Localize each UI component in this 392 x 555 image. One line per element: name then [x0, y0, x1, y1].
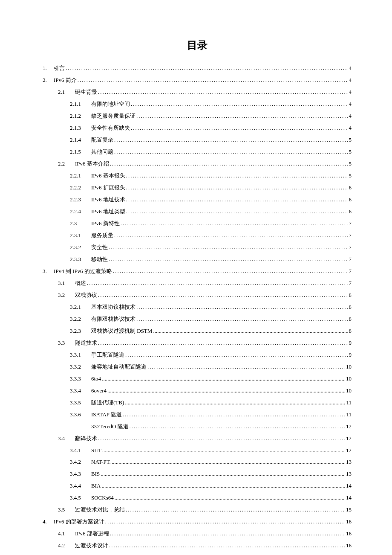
- toc-entry-page: 11: [346, 410, 352, 419]
- toc-entry-page: 7: [349, 255, 352, 264]
- toc-entry: 2.2.3IPv6 地址技术6: [43, 195, 352, 204]
- toc-entry-number: 2.2.2: [70, 183, 91, 192]
- toc-leader-dots: [98, 88, 348, 97]
- toc-entry-number: 2.3.3: [70, 255, 91, 264]
- toc-entry: 2.1.3安全性有所缺失4: [43, 124, 352, 133]
- toc-entry-page: 5: [349, 171, 352, 180]
- toc-entry-number: 2.1.4: [70, 136, 91, 145]
- toc-entry-page: 7: [349, 267, 352, 276]
- toc-entry-page: 9: [349, 339, 352, 348]
- toc-entry: 2.IPv6 简介4: [43, 76, 352, 85]
- toc-entry-page: 7: [349, 243, 352, 252]
- toc-entry: 3.2.2有限双栈协议技术8: [43, 315, 352, 324]
- toc-entry-page: 11: [346, 398, 352, 407]
- toc-entry-label: 诞生背景: [75, 88, 97, 97]
- toc-entry-page: 6: [349, 183, 352, 192]
- toc-entry-number: 3.2.3: [70, 327, 91, 336]
- toc-entry-page: 7: [349, 219, 352, 228]
- toc-entry-page: 4: [349, 124, 352, 133]
- toc-entry-page: 6: [349, 207, 352, 216]
- toc-entry: 3.1概述7: [43, 279, 352, 288]
- toc-entry-label: NAT-PT.: [91, 458, 111, 467]
- toc-entry-label: 337TeredO 隧道: [91, 422, 129, 431]
- toc-entry-page: 10: [346, 363, 352, 372]
- toc-leader-dots: [110, 529, 345, 538]
- toc-leader-dots: [114, 231, 348, 240]
- toc-entry-page: 4: [349, 100, 352, 109]
- toc-entry-number: 3.3.2: [70, 363, 91, 372]
- toc-entry-label: BIS: [91, 470, 100, 479]
- toc-leader-dots: [114, 148, 348, 157]
- toc-entry-label: 缺乏服务质量保证: [91, 112, 135, 121]
- toc-entry: 2.2.4IPv6 地址类型6: [43, 207, 352, 216]
- toc-entry-number: 3.1: [58, 279, 75, 288]
- toc-leader-dots: [130, 422, 345, 431]
- toc-entry-label: IPv4 到 IPv6 的过渡策略: [54, 267, 112, 276]
- toc-entry-page: 16: [346, 529, 352, 538]
- toc-entry-number: 3.3: [58, 339, 75, 348]
- toc-entry-number: 3.3.1: [70, 351, 91, 360]
- toc-leader-dots: [105, 517, 345, 526]
- toc-leader-dots: [107, 386, 345, 395]
- toc-entry-label: 隧道代理(TB): [91, 398, 124, 407]
- toc-entry: 3.4.5SOCKs6414: [43, 494, 352, 503]
- toc-entry-label: 翻译技术: [75, 434, 97, 443]
- toc-entry-number: 2.2.4: [70, 207, 91, 216]
- toc-entry-number: 2.3.1: [70, 231, 91, 240]
- toc-entry-page: 16: [346, 541, 352, 550]
- toc-entry: 2.1.4配置复杂5: [43, 136, 352, 145]
- toc-leader-dots: [131, 124, 348, 133]
- toc-entry: 3.4.4BIA14: [43, 482, 352, 491]
- toc-entry-label: IPv6 基本报头: [91, 171, 125, 180]
- toc-leader-dots: [109, 255, 348, 264]
- toc-entry-page: 12: [346, 422, 352, 431]
- toc-entry-number: 3.: [43, 267, 54, 276]
- toc-entry: 3.3.2兼容地址自动配置隧道10: [43, 363, 352, 372]
- toc-entry: 3.5过渡技术对比，总结15: [43, 506, 352, 514]
- toc-entry-page: 13: [346, 470, 352, 479]
- toc-entry-label: 6to4: [91, 375, 101, 384]
- toc-leader-dots: [126, 207, 348, 216]
- toc-entry-label: 其他问题: [91, 148, 113, 157]
- toc-entry: 3.3.46over410: [43, 386, 352, 395]
- toc-leader-dots: [102, 375, 345, 384]
- toc-entry-label: SIIT: [91, 446, 101, 455]
- toc-entry-page: 10: [346, 375, 352, 384]
- toc-entry-number: 2.3.2: [70, 243, 91, 252]
- toc-entry-page: 7: [349, 279, 352, 288]
- toc-title: 目录: [43, 38, 352, 52]
- toc-entry-page: 4: [349, 64, 352, 73]
- toc-leader-dots: [114, 136, 348, 145]
- toc-entry-label: 隧道技术: [75, 339, 97, 348]
- toc-entry: 3.4.2NAT-PT.13: [43, 458, 352, 467]
- toc-entry-page: 6: [349, 195, 352, 204]
- toc-leader-dots: [113, 267, 348, 276]
- toc-entry: 2.3.1服务质量7: [43, 231, 352, 240]
- toc-entry-number: 3.3.3: [70, 375, 91, 384]
- toc-entry: 2.2IPv6 基本介绍5: [43, 160, 352, 169]
- toc-entry-label: 引言: [54, 64, 65, 73]
- toc-leader-dots: [125, 398, 345, 407]
- toc-leader-dots: [131, 100, 348, 109]
- toc-entry-label: IPv6 扩展报头: [91, 183, 125, 192]
- toc-entry-label: 双栈协议过渡机制 DSTM: [91, 327, 152, 336]
- toc-entry-number: 4.2: [58, 541, 75, 550]
- toc-entry-page: 8: [349, 327, 352, 336]
- toc-entry-number: 3.4: [58, 434, 75, 443]
- toc-entry: 3.4翻译技术12: [43, 434, 352, 443]
- toc-entry-label: 6over4: [91, 386, 107, 395]
- toc-entry-number: 2.2: [58, 160, 75, 169]
- toc-entry-number: 4.1: [58, 529, 75, 538]
- toc-entry-number: 3.5: [58, 506, 75, 514]
- toc-list: 1.引言42.IPv6 简介42.1诞生背景42.1.1有限的地址空间42.1.…: [43, 64, 352, 550]
- toc-entry-label: 过渡技术对比，总结: [75, 506, 125, 514]
- toc-entry-page: 10: [346, 386, 352, 395]
- toc-entry: 2.3.3移动性7: [43, 255, 352, 264]
- toc-entry-number: 3.4.2: [70, 458, 91, 467]
- toc-entry-page: 12: [346, 434, 352, 443]
- toc-entry-page: 7: [349, 231, 352, 240]
- toc-entry-label: BIA: [91, 482, 101, 491]
- toc-entry: 3.IPv4 到 IPv6 的过渡策略7: [43, 267, 352, 276]
- toc-entry-label: 兼容地址自动配置隧道: [91, 363, 147, 372]
- toc-entry-number: 3.2.1: [70, 303, 91, 312]
